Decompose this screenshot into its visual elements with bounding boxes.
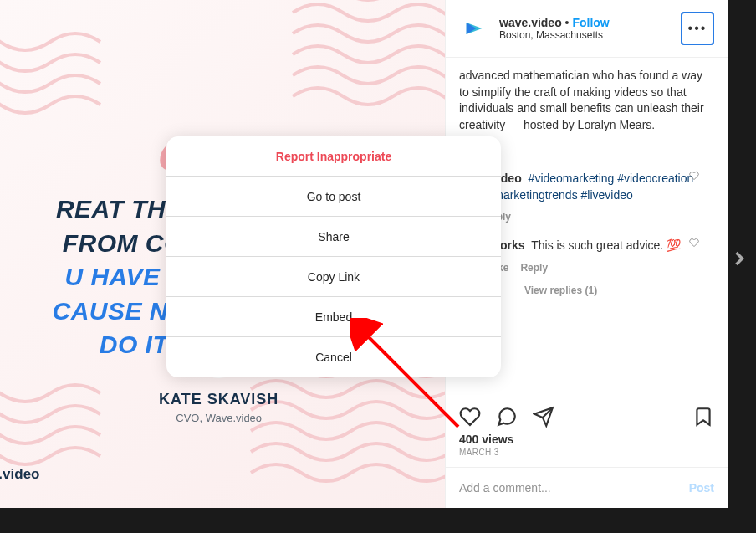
next-post-button[interactable] — [728, 247, 751, 270]
share-button[interactable]: Share — [166, 217, 501, 257]
embed-button[interactable]: Embed — [166, 297, 501, 337]
cancel-button[interactable]: Cancel — [166, 337, 501, 377]
options-modal: Report Inappropriate Go to post Share Co… — [166, 136, 501, 377]
report-button[interactable]: Report Inappropriate — [166, 136, 501, 177]
go-to-post-button[interactable]: Go to post — [166, 177, 501, 217]
copy-link-button[interactable]: Copy Link — [166, 257, 501, 297]
